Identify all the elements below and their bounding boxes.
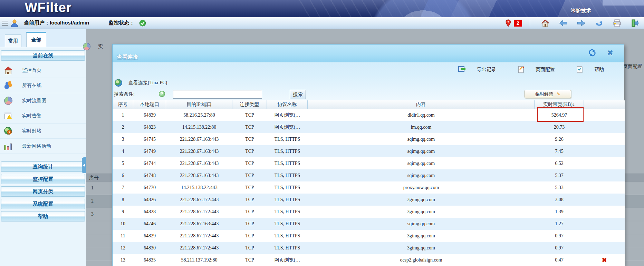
table-row[interactable]: 1 64839 58.216.25.27:80 TCP 网页浏览(… dldir… (113, 109, 625, 121)
cell-protocol: TLS, HTTPS (267, 206, 308, 218)
col-dest-ip-port[interactable]: 目的IP:端口 (166, 100, 232, 109)
table-row[interactable]: 8 64826 221.228.67.172:443 TCP TLS, HTTP… (113, 194, 625, 206)
cell-conn-type: TCP (232, 145, 267, 157)
col-protocol[interactable]: 协议名称 (267, 100, 308, 109)
menu-icon[interactable] (2, 21, 8, 26)
alert-count-badge[interactable]: 2 (514, 20, 522, 27)
table-body: 1 64839 58.216.25.27:80 TCP 网页浏览(… dldir… (113, 109, 625, 266)
cell-bandwidth: 7.45 (535, 145, 584, 157)
sidebar-group-monitor-config[interactable]: 监控配置 (1, 174, 85, 184)
cell-local-port: 64826 (133, 194, 166, 206)
print-icon[interactable] (613, 19, 621, 27)
cell-conn-type: TCP (232, 109, 267, 121)
cell-action (584, 145, 625, 157)
table-row[interactable]: 3 64745 221.228.67.163:443 TCP TLS, HTTP… (113, 133, 625, 145)
dialog-title: 查看连接 (117, 54, 138, 60)
sidebar-group-system-config[interactable]: 系统配置 (1, 199, 85, 209)
cell-dest-ip-port: 221.228.67.163:443 (166, 133, 232, 145)
cell-no: 2 (113, 121, 133, 133)
tab-all[interactable]: 全部 (26, 32, 46, 47)
monitor-status-label: 监控状态： (108, 20, 134, 26)
cell-no: 13 (113, 254, 133, 266)
table-row[interactable]: 9 64828 221.228.67.172:443 TCP TLS, HTTP… (113, 206, 625, 218)
back-arrow-icon[interactable] (559, 19, 567, 27)
cell-content: 3gimg.qq.com (308, 194, 535, 206)
close-connection-icon[interactable]: ✖ (602, 257, 607, 263)
cell-dest-ip-port: 221.228.67.163:443 (166, 218, 232, 230)
help-button[interactable]: 帮助 (576, 66, 604, 73)
col-local-port[interactable]: 本地端口 (133, 100, 166, 109)
cell-bandwidth: 1.39 (535, 206, 584, 218)
cell-action (584, 206, 625, 218)
cell-action (584, 121, 625, 133)
table-row[interactable]: 10 64746 221.228.67.163:443 TCP TLS, HTT… (113, 218, 625, 230)
cell-action (584, 133, 625, 145)
search-input[interactable] (173, 90, 262, 99)
sidebar-item-realtime-alert[interactable]: 实时告警 (0, 108, 86, 124)
cell-bandwidth: 9.26 (535, 133, 584, 145)
bar-chart-icon (4, 142, 12, 150)
search-button[interactable]: 搜索 (290, 90, 306, 99)
sidebar: 常用 全部 当前在线 监控首页 所有在线 实时流量图 实时告警 实时封堵 最新网… (0, 29, 86, 266)
cell-local-port: 64823 (133, 121, 166, 133)
sidebar-item-realtime-block[interactable]: 实时封堵 (0, 124, 86, 139)
cell-protocol: TLS, HTTPS (267, 181, 308, 194)
table-row[interactable]: 7 64770 14.215.138.22:443 TCP TLS, HTTPS… (113, 181, 625, 194)
col-conn-type[interactable]: 连接类型 (232, 100, 267, 109)
user-icon (11, 19, 18, 27)
tab-common[interactable]: 常用 (5, 35, 21, 47)
question-icon[interactable]: ? (159, 91, 165, 97)
cell-conn-type: TCP (232, 194, 267, 206)
refresh-icon[interactable] (595, 19, 603, 27)
table-row[interactable]: 13 64835 58.211.137.192:80 TCP 网页浏览(… oc… (113, 254, 625, 266)
export-records-button[interactable]: 导出记录 (458, 66, 496, 73)
dialog-refresh-icon[interactable] (588, 49, 596, 57)
home-icon[interactable] (541, 19, 549, 27)
alert-calendar-icon (4, 112, 12, 120)
top-toolbar: 当前用户：localhost/admin 监控状态： 2 (0, 17, 644, 29)
location-pin-icon[interactable] (504, 19, 512, 27)
sidebar-item-all-online[interactable]: 所有在线 (0, 78, 86, 93)
cell-protocol: TLS, HTTPS (267, 133, 308, 145)
temporary-unblock-button[interactable]: 临时解禁 ✎ (525, 90, 571, 98)
sidebar-item-traffic-chart[interactable]: 实时流量图 (0, 93, 86, 108)
sidebar-group-current-online[interactable]: 当前在线 (1, 50, 85, 61)
logout-icon[interactable] (631, 19, 639, 27)
cell-bandwidth: 5.33 (535, 181, 584, 194)
col-no[interactable]: 序号 (113, 100, 133, 109)
home-icon (4, 66, 12, 75)
bg-page-config-label[interactable]: 页面配置 (623, 63, 642, 70)
cell-conn-type: TCP (232, 121, 267, 133)
sidebar-item-network-activity[interactable]: 最新网络活动 (0, 139, 86, 154)
sidebar-item-monitor-home[interactable]: 监控首页 (0, 63, 86, 78)
table-row[interactable]: 11 64829 221.228.67.172:443 TCP TLS, HTT… (113, 230, 625, 242)
cell-no: 8 (113, 194, 133, 206)
cell-local-port: 64749 (133, 145, 166, 157)
table-row[interactable]: 12 64830 221.228.67.172:443 TCP TLS, HTT… (113, 242, 625, 254)
cell-action (584, 194, 625, 206)
connections-table: 序号 本地端口 目的IP:端口 连接类型 协议名称 内容 实时带宽(KB)↓ 1… (113, 100, 625, 266)
page-config-icon (518, 66, 525, 73)
col-content[interactable]: 内容 (308, 100, 535, 109)
cell-dest-ip-port: 221.228.67.163:443 (166, 145, 232, 157)
cell-no: 11 (113, 230, 133, 242)
table-row[interactable]: 2 64823 14.215.138.22:80 TCP 网页浏览(… im.q… (113, 121, 625, 133)
cell-action (584, 109, 625, 121)
page-config-button[interactable]: 页面配置 (518, 66, 555, 73)
forward-arrow-icon[interactable] (577, 19, 585, 27)
table-row[interactable]: 4 64749 221.228.67.163:443 TCP TLS, HTTP… (113, 145, 625, 157)
sidebar-collapse-handle[interactable] (82, 157, 86, 173)
sidebar-item-label: 所有在线 (22, 82, 41, 89)
dialog-close-icon[interactable]: ✖ (606, 49, 614, 57)
pencil-icon: ✎ (557, 91, 560, 97)
cell-local-port: 64835 (133, 254, 166, 266)
col-bandwidth-sorted[interactable]: 实时带宽(KB)↓ (535, 100, 584, 109)
sidebar-group-web-category[interactable]: 网页分类 (1, 186, 85, 197)
table-row[interactable]: 5 64744 221.228.67.163:443 TCP TLS, HTTP… (113, 157, 625, 169)
cell-protocol: TLS, HTTPS (267, 169, 308, 181)
table-row[interactable]: 6 64748 221.228.67.163:443 TCP TLS, HTTP… (113, 169, 625, 181)
cell-bandwidth: 20.73 (535, 121, 584, 133)
sidebar-group-query-stats[interactable]: 查询统计 (1, 161, 85, 172)
sidebar-group-help[interactable]: 帮助 (1, 211, 85, 221)
cell-dest-ip-port: 221.228.67.172:443 (166, 194, 232, 206)
